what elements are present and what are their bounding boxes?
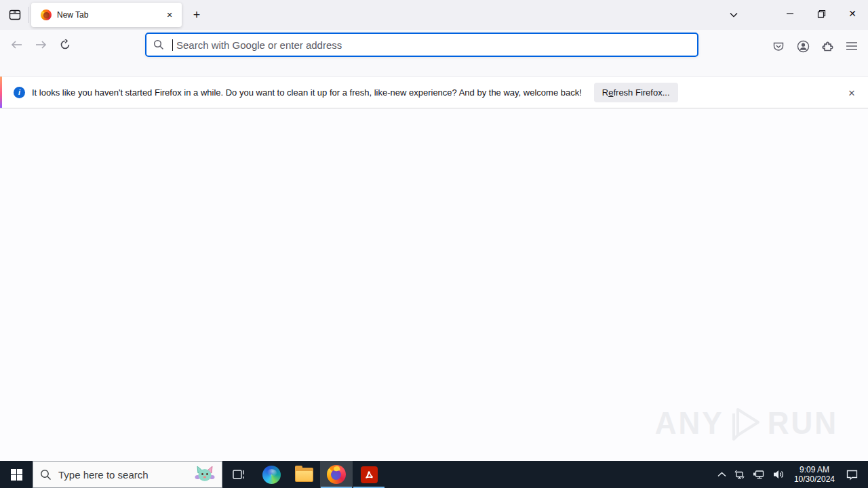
acrobat-icon: [361, 466, 378, 483]
tab-new-tab[interactable]: New Tab ✕: [31, 3, 182, 27]
action-center-button[interactable]: [840, 461, 868, 488]
clock-date: 10/30/2024: [794, 474, 835, 484]
anyrun-watermark: ANY RUN: [655, 404, 838, 442]
network-button[interactable]: [749, 461, 769, 488]
extensions-button[interactable]: [818, 37, 837, 56]
volume-button[interactable]: [769, 461, 789, 488]
firefox-view-icon: [9, 9, 21, 21]
firefox-icon: [327, 465, 346, 484]
notification-bar: i It looks like you haven't started Fire…: [0, 76, 868, 108]
network-ethernet-icon: [753, 469, 766, 481]
taskbar-search-input[interactable]: [58, 469, 195, 481]
page-content: ANY RUN: [0, 109, 868, 461]
action-center-icon: [846, 469, 859, 481]
show-hidden-icons-button[interactable]: [714, 461, 730, 488]
tray-display-sync-button[interactable]: [730, 461, 749, 488]
refresh-label-post: fresh Firefox...: [613, 87, 669, 98]
tab-close-icon[interactable]: ✕: [163, 8, 176, 22]
notification-accent-stripe: [0, 77, 2, 108]
list-all-tabs-button[interactable]: [724, 5, 743, 24]
firefox-view-button[interactable]: [4, 4, 26, 26]
tabbar-separator: [28, 7, 29, 23]
taskbar-file-explorer-button[interactable]: [288, 461, 320, 488]
watermark-word-run: RUN: [768, 405, 838, 441]
edge-icon: [262, 466, 281, 484]
notification-close-icon[interactable]: ✕: [844, 85, 860, 101]
navigation-toolbar: [0, 30, 868, 76]
chevron-up-icon: [717, 472, 726, 477]
windows-logo-icon: [11, 469, 22, 481]
address-bar[interactable]: [145, 33, 698, 57]
start-button[interactable]: [0, 461, 33, 488]
screen: New Tab ✕ + ✕: [0, 0, 868, 488]
taskbar: 9:09 AM 10/30/2024: [0, 461, 868, 488]
pocket-button[interactable]: [769, 37, 788, 56]
search-highlights-creature-icon: [195, 464, 215, 485]
restore-icon: [817, 9, 826, 18]
chevron-down-icon: [730, 12, 738, 18]
refresh-firefox-button[interactable]: Refresh Firefox...: [594, 83, 678, 102]
clock-time: 9:09 AM: [794, 465, 835, 474]
refresh-label-pre: R: [602, 87, 608, 98]
menu-button[interactable]: [842, 37, 861, 56]
back-button[interactable]: [7, 35, 26, 54]
taskbar-firefox-button[interactable]: [320, 461, 353, 488]
address-input[interactable]: [176, 39, 690, 51]
window-restore-button[interactable]: [806, 0, 837, 27]
task-view-button[interactable]: [222, 461, 255, 488]
new-tab-button[interactable]: +: [189, 7, 205, 23]
taskbar-clock[interactable]: 9:09 AM 10/30/2024: [789, 465, 840, 484]
system-tray: 9:09 AM 10/30/2024: [714, 461, 868, 488]
forward-button[interactable]: [31, 35, 50, 54]
search-icon: [153, 39, 164, 50]
file-explorer-icon: [295, 468, 313, 482]
tab-bar: New Tab ✕ + ✕: [0, 0, 868, 30]
reload-button[interactable]: [56, 35, 75, 54]
tab-title: New Tab: [57, 10, 163, 20]
anyrun-play-icon: [727, 404, 765, 442]
window-minimize-button[interactable]: [774, 0, 806, 27]
speaker-icon: [772, 469, 785, 480]
account-button[interactable]: [793, 37, 812, 56]
window-close-button[interactable]: ✕: [837, 0, 868, 27]
firefox-favicon-icon: [41, 9, 52, 20]
taskbar-search[interactable]: [33, 461, 222, 488]
info-icon: i: [14, 87, 25, 98]
search-icon: [40, 469, 52, 481]
minimize-icon: [786, 9, 794, 18]
notification-message: It looks like you haven't started Firefo…: [32, 87, 582, 98]
watermark-word-any: ANY: [655, 405, 724, 441]
taskbar-acrobat-button[interactable]: [353, 461, 385, 488]
text-caret: [172, 39, 173, 51]
display-sync-icon: [733, 469, 746, 481]
taskbar-edge-button[interactable]: [255, 461, 288, 488]
task-view-icon: [232, 468, 245, 481]
